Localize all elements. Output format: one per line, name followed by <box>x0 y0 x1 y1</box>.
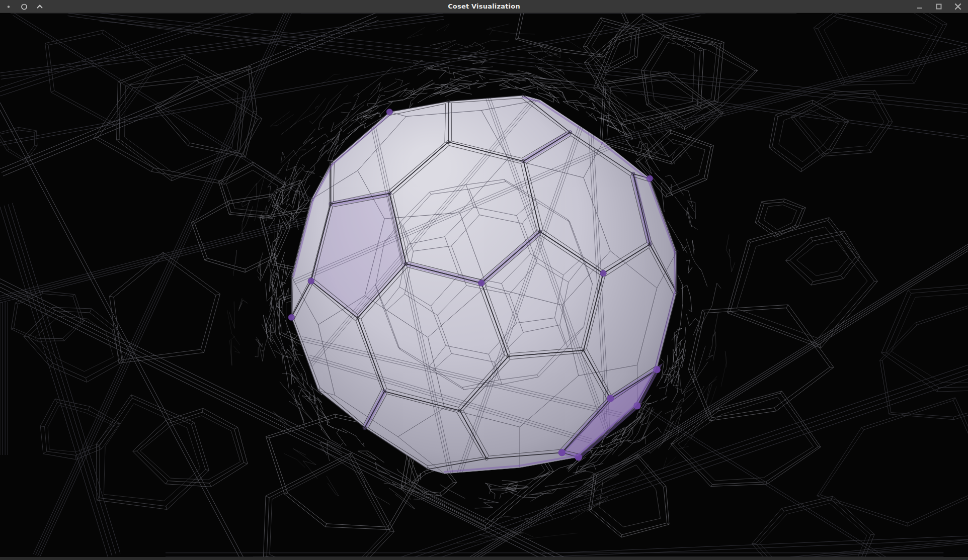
maximize-button[interactable] <box>935 3 943 11</box>
close-button[interactable] <box>954 3 962 11</box>
window-controls <box>916 0 962 13</box>
chevron-up-icon[interactable] <box>36 3 43 10</box>
dot-icon[interactable] <box>5 3 12 10</box>
titlebar[interactable]: Coset Visualization <box>0 0 968 13</box>
circle-icon[interactable] <box>21 3 28 10</box>
minimize-button[interactable] <box>916 3 924 11</box>
viewport-3d[interactable] <box>0 13 968 557</box>
window-title: Coset Visualization <box>0 0 968 13</box>
coset-3d-canvas[interactable] <box>0 13 968 557</box>
titlebar-menu-icons <box>5 0 43 13</box>
window-bottom-border <box>0 557 968 560</box>
app-window: Coset Visualization <box>0 0 968 560</box>
